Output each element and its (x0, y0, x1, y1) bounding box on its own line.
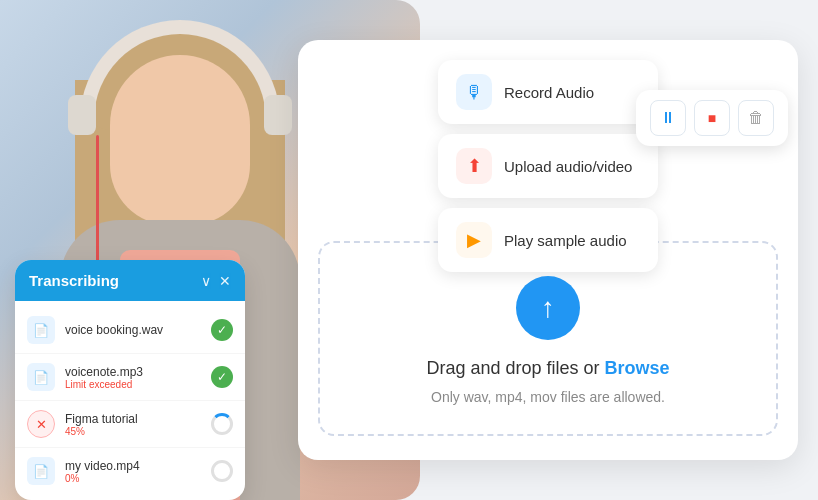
upload-arrow-icon: ↑ (541, 294, 555, 322)
transcribing-chevron[interactable]: ∨ (201, 273, 211, 289)
spinner-icon (211, 413, 233, 435)
transcribing-title: Transcribing (29, 272, 119, 289)
trans-item: ✕Figma tutorial45% (15, 401, 245, 448)
trans-sub-text: 45% (65, 426, 201, 437)
trans-item: 📄my video.mp40% (15, 448, 245, 494)
trash-button[interactable]: 🗑 (738, 100, 774, 136)
idle-spinner-icon (211, 460, 233, 482)
check-icon: ✓ (211, 319, 233, 341)
upload-audio-label: Upload audio/video (504, 158, 632, 175)
trans-info: my video.mp40% (65, 459, 201, 484)
upload-area[interactable]: ↑ Drag and drop files or Browse Only wav… (328, 250, 768, 430)
trans-sub-text: 0% (65, 473, 201, 484)
headphone-cup-right (264, 95, 292, 135)
trans-sub-text: Limit exceeded (65, 379, 201, 390)
media-controls-panel: ⏸ ■ 🗑 (636, 90, 788, 146)
play-sample-label: Play sample audio (504, 232, 627, 249)
trans-info: voice booking.wav (65, 323, 201, 337)
stop-button[interactable]: ■ (694, 100, 730, 136)
upload-main-text: Drag and drop files or Browse (426, 358, 669, 379)
record-audio-label: Record Audio (504, 84, 594, 101)
trans-filename: Figma tutorial (65, 412, 201, 426)
upload-sub-text: Only wav, mp4, mov files are allowed. (431, 389, 665, 405)
headphone-cup-left (68, 95, 96, 135)
action-buttons-group: 🎙 Record Audio ⬆ Upload audio/video ▶ Pl… (438, 60, 658, 272)
transcribing-panel: Transcribing ∨ ✕ 📄voice booking.wav✓📄voi… (15, 260, 245, 500)
trans-file-icon: ✕ (27, 410, 55, 438)
trans-file-icon: 📄 (27, 316, 55, 344)
transcribing-close[interactable]: ✕ (219, 273, 231, 289)
trans-filename: voicenote.mp3 (65, 365, 201, 379)
trans-file-icon: 📄 (27, 363, 55, 391)
upload-audio-button[interactable]: ⬆ Upload audio/video (438, 134, 658, 198)
transcribing-list: 📄voice booking.wav✓📄voicenote.mp3Limit e… (15, 301, 245, 500)
trans-status (211, 460, 233, 482)
pause-button[interactable]: ⏸ (650, 100, 686, 136)
trans-filename: voice booking.wav (65, 323, 201, 337)
trans-filename: my video.mp4 (65, 459, 201, 473)
trans-info: Figma tutorial45% (65, 412, 201, 437)
transcribing-header: Transcribing ∨ ✕ (15, 260, 245, 301)
trans-status: ✓ (211, 319, 233, 341)
upload-icon: ⬆ (456, 148, 492, 184)
drag-drop-text: Drag and drop files or (426, 358, 604, 378)
trans-file-icon: 📄 (27, 457, 55, 485)
check-icon: ✓ (211, 366, 233, 388)
record-audio-button[interactable]: 🎙 Record Audio (438, 60, 658, 124)
trans-item: 📄voice booking.wav✓ (15, 307, 245, 354)
trans-info: voicenote.mp3Limit exceeded (65, 365, 201, 390)
trans-status (211, 413, 233, 435)
browse-link[interactable]: Browse (605, 358, 670, 378)
headphone-arc (80, 20, 280, 120)
transcribing-controls: ∨ ✕ (201, 273, 231, 289)
trans-status: ✓ (211, 366, 233, 388)
upload-circle-icon: ↑ (516, 276, 580, 340)
trans-item: 📄voicenote.mp3Limit exceeded✓ (15, 354, 245, 401)
microphone-icon: 🎙 (456, 74, 492, 110)
